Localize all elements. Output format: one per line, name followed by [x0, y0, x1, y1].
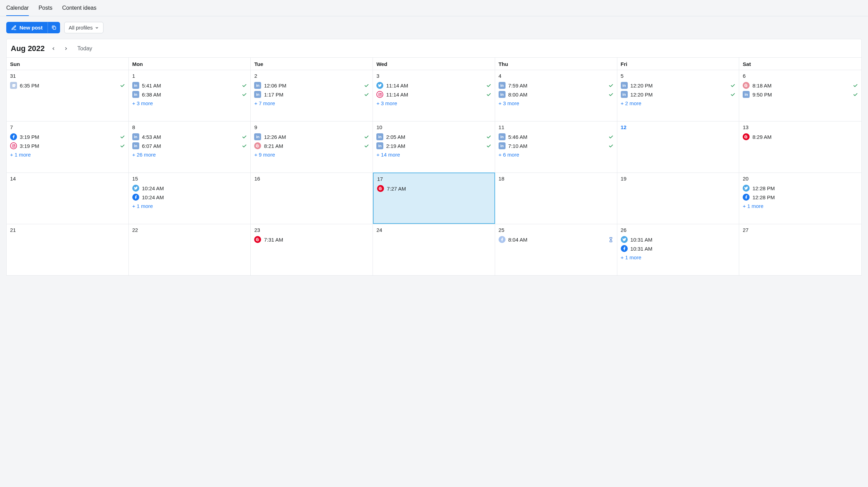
scheduled-post[interactable]: in12:06 PM — [254, 81, 369, 90]
more-posts-link[interactable]: + 3 more — [499, 99, 614, 106]
linkedin-icon: in — [499, 133, 506, 140]
calendar-day[interactable]: 16 — [251, 173, 373, 224]
scheduled-post[interactable]: 8:21 AM — [254, 141, 369, 150]
new-post-dropdown[interactable] — [48, 22, 60, 33]
day-number: 4 — [499, 73, 614, 79]
more-posts-link[interactable]: + 1 more — [132, 202, 247, 209]
more-posts-link[interactable]: + 3 more — [376, 99, 491, 106]
calendar-day[interactable]: 8in4:53 AMin6:07 AM+ 26 more — [129, 121, 251, 173]
scheduled-post[interactable]: 6:35 PM — [10, 81, 125, 90]
scheduled-post[interactable]: 10:24 AM — [132, 184, 247, 193]
scheduled-post[interactable]: in2:19 AM — [376, 141, 491, 150]
scheduled-post[interactable]: 10:31 AM — [621, 244, 736, 253]
calendar-header: Aug 2022 Today — [7, 39, 861, 57]
calendar-day[interactable]: 68:18 AMin9:50 PM — [739, 70, 861, 121]
scheduled-post[interactable]: in12:26 AM — [254, 132, 369, 141]
calendar-day[interactable]: 5in12:20 PMin12:20 PM+ 2 more — [617, 70, 740, 121]
scheduled-post[interactable]: 7:31 AM — [254, 235, 369, 244]
calendar-day[interactable]: 177:27 AM — [373, 173, 495, 224]
post-time: 12:20 PM — [631, 92, 728, 98]
scheduled-post[interactable]: in5:41 AM — [132, 81, 247, 90]
scheduled-post[interactable]: in8:00 AM — [499, 90, 614, 99]
scheduled-post[interactable]: 7:27 AM — [377, 184, 491, 193]
scheduled-post[interactable]: in1:17 PM — [254, 90, 369, 99]
calendar-day[interactable]: 2in12:06 PMin1:17 PM+ 7 more — [251, 70, 373, 121]
calendar-day[interactable]: 73:19 PM3:19 PM+ 1 more — [7, 121, 129, 173]
more-posts-link[interactable]: + 3 more — [132, 99, 247, 106]
calendar-day[interactable]: 311:14 AM11:14 AM+ 3 more — [373, 70, 495, 121]
calendar-day[interactable]: 138:29 AM — [739, 121, 861, 173]
post-time: 12:28 PM — [752, 185, 858, 191]
day-number: 31 — [10, 73, 125, 79]
more-posts-link[interactable]: + 7 more — [254, 99, 369, 106]
calendar-day[interactable]: 12 — [617, 121, 740, 173]
profiles-filter[interactable]: All profiles — [64, 22, 103, 33]
post-time: 11:14 AM — [386, 92, 483, 98]
scheduled-post[interactable]: 8:29 AM — [743, 132, 858, 141]
calendar-day[interactable]: 24 — [373, 224, 495, 275]
today-button[interactable]: Today — [77, 45, 92, 52]
scheduled-post[interactable]: in7:59 AM — [499, 81, 614, 90]
top-nav: Calendar Posts Content ideas — [0, 0, 868, 16]
more-posts-link[interactable]: + 1 more — [743, 202, 858, 209]
scheduled-post[interactable]: 12:28 PM — [743, 184, 858, 193]
scheduled-post[interactable]: in12:20 PM — [621, 81, 736, 90]
scheduled-post[interactable]: in6:07 AM — [132, 141, 247, 150]
check-icon — [242, 92, 247, 97]
day-number: 26 — [621, 227, 736, 233]
calendar-day[interactable]: 1in5:41 AMin6:38 AM+ 3 more — [129, 70, 251, 121]
more-posts-link[interactable]: + 14 more — [376, 150, 491, 158]
tab-posts[interactable]: Posts — [39, 5, 52, 16]
calendar-day[interactable]: 316:35 PM — [7, 70, 129, 121]
calendar-day[interactable]: 2610:31 AM10:31 AM+ 1 more — [617, 224, 740, 275]
calendar-day[interactable]: 9in12:26 AM8:21 AM+ 9 more — [251, 121, 373, 173]
scheduled-post[interactable]: in12:20 PM — [621, 90, 736, 99]
calendar-day[interactable]: 27 — [739, 224, 861, 275]
prev-month-button[interactable] — [50, 45, 57, 52]
check-icon — [364, 134, 369, 140]
calendar-day[interactable]: 258:04 AM — [495, 224, 617, 275]
scheduled-post[interactable]: 11:14 AM — [376, 81, 491, 90]
post-time: 5:41 AM — [142, 83, 239, 89]
scheduled-post[interactable]: 8:04 AM — [499, 235, 614, 244]
calendar-day[interactable]: 18 — [495, 173, 617, 224]
toolbar: New post All profiles — [0, 16, 868, 39]
scheduled-post[interactable]: 12:28 PM — [743, 193, 858, 202]
more-posts-link[interactable]: + 1 more — [621, 253, 736, 260]
linkedin-icon: in — [132, 133, 139, 140]
scheduled-post[interactable]: 10:24 AM — [132, 193, 247, 202]
more-posts-link[interactable]: + 1 more — [10, 150, 125, 158]
more-posts-link[interactable]: + 6 more — [499, 150, 614, 158]
calendar-day[interactable]: 4in7:59 AMin8:00 AM+ 3 more — [495, 70, 617, 121]
calendar-day[interactable]: 19 — [617, 173, 740, 224]
day-number: 22 — [132, 227, 247, 233]
calendar-grid: 316:35 PM1in5:41 AMin6:38 AM+ 3 more2in1… — [7, 70, 861, 275]
calendar-day[interactable]: 237:31 AM — [251, 224, 373, 275]
scheduled-post[interactable]: in5:46 AM — [499, 132, 614, 141]
scheduled-post[interactable]: in2:05 AM — [376, 132, 491, 141]
next-month-button[interactable] — [62, 45, 70, 52]
more-posts-link[interactable]: + 9 more — [254, 150, 369, 158]
calendar-day[interactable]: 22 — [129, 224, 251, 275]
scheduled-post[interactable]: in9:50 PM — [743, 90, 858, 99]
calendar-day[interactable]: 10in2:05 AMin2:19 AM+ 14 more — [373, 121, 495, 173]
scheduled-post[interactable]: 3:19 PM — [10, 141, 125, 150]
new-post-group: New post — [6, 22, 60, 33]
new-post-button[interactable]: New post — [6, 22, 48, 33]
calendar-day[interactable]: 14 — [7, 173, 129, 224]
tab-calendar[interactable]: Calendar — [6, 5, 29, 16]
scheduled-post[interactable]: 11:14 AM — [376, 90, 491, 99]
calendar-day[interactable]: 11in5:46 AMin7:10 AM+ 6 more — [495, 121, 617, 173]
calendar-day[interactable]: 21 — [7, 224, 129, 275]
scheduled-post[interactable]: 10:31 AM — [621, 235, 736, 244]
scheduled-post[interactable]: 3:19 PM — [10, 132, 125, 141]
more-posts-link[interactable]: + 2 more — [621, 99, 736, 106]
scheduled-post[interactable]: in4:53 AM — [132, 132, 247, 141]
scheduled-post[interactable]: in6:38 AM — [132, 90, 247, 99]
calendar-day[interactable]: 2012:28 PM12:28 PM+ 1 more — [739, 173, 861, 224]
more-posts-link[interactable]: + 26 more — [132, 150, 247, 158]
tab-content-ideas[interactable]: Content ideas — [62, 5, 97, 16]
scheduled-post[interactable]: 8:18 AM — [743, 81, 858, 90]
scheduled-post[interactable]: in7:10 AM — [499, 141, 614, 150]
calendar-day[interactable]: 1510:24 AM10:24 AM+ 1 more — [129, 173, 251, 224]
